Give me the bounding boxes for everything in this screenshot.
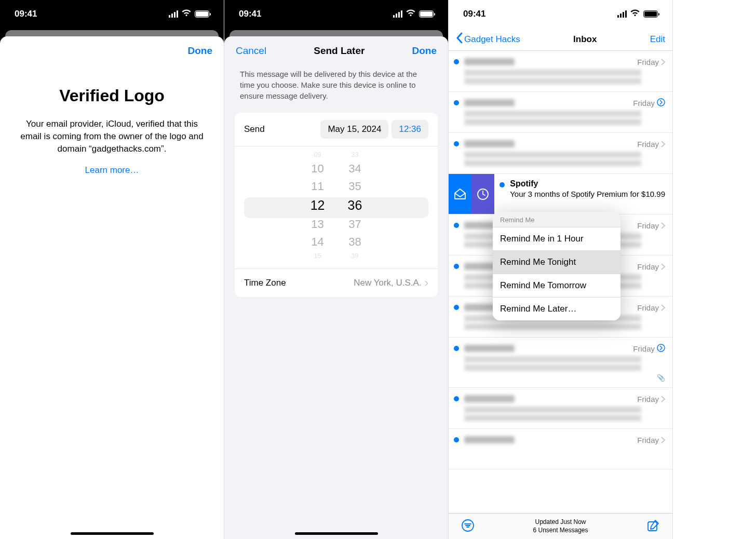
learn-more-link[interactable]: Learn more… <box>18 165 206 176</box>
toolbar: Updated Just Now 6 Unsent Messages <box>449 513 672 539</box>
chevron-right-icon <box>661 437 665 443</box>
thread-chevron-icon <box>657 344 665 354</box>
send-options-card: Send May 15, 2024 12:36 09 10 11 12 13 1… <box>235 113 438 297</box>
compose-icon <box>646 519 660 532</box>
unread-dot-icon <box>454 396 459 401</box>
thread-chevron-icon <box>657 98 665 108</box>
send-row: Send May 15, 2024 12:36 <box>235 113 438 146</box>
unread-dot-icon <box>454 264 459 269</box>
chevron-right-icon <box>661 304 665 311</box>
mail-item-swiped[interactable]: Spotify Your 3 months of Spotify Premium… <box>449 174 672 214</box>
toolbar-status: Updated Just Now 6 Unsent Messages <box>533 518 588 534</box>
cancel-button[interactable]: Cancel <box>236 45 266 57</box>
signal-icon <box>169 10 178 18</box>
hour-picker-column[interactable]: 09 10 11 12 13 14 15 <box>310 150 325 261</box>
remind-me-header: Remind Me <box>493 212 620 227</box>
clock-icon <box>476 187 490 201</box>
wifi-icon <box>630 9 640 19</box>
timezone-row[interactable]: Time Zone New York, U.S.A. › <box>235 269 438 297</box>
home-indicator[interactable] <box>71 532 154 535</box>
remind-me-tomorrow[interactable]: Remind Me Tomorrow <box>493 274 620 297</box>
remind-me-1-hour[interactable]: Remind Me in 1 Hour <box>493 227 620 250</box>
send-label: Send <box>244 124 265 134</box>
chevron-right-icon <box>661 59 665 65</box>
battery-icon <box>195 10 209 18</box>
remind-me-tonight[interactable]: Remind Me Tonight <box>493 250 620 274</box>
verified-logo-sheet: Done Verified Logo Your email provider, … <box>0 36 224 539</box>
unread-dot-icon <box>454 437 459 442</box>
back-button[interactable]: Gadget Hacks <box>456 32 520 46</box>
sheet-nav: Cancel Send Later Done <box>224 36 448 65</box>
minute-picker-column[interactable]: 33 34 35 36 37 38 39 <box>348 150 362 261</box>
chevron-left-icon <box>456 32 463 46</box>
phone-inbox: 09:41 Gadget Hacks Inbox Edit Friday <box>449 0 673 539</box>
mail-item[interactable]: Friday <box>449 429 672 469</box>
status-bar: 09:41 <box>0 0 224 28</box>
status-icons <box>617 9 658 19</box>
filter-icon <box>461 519 475 532</box>
battery-icon <box>643 10 658 18</box>
unread-dot-icon <box>454 141 459 146</box>
status-time: 09:41 <box>463 9 485 19</box>
chevron-right-icon <box>661 222 665 229</box>
timezone-label: Time Zone <box>244 278 286 288</box>
nav-bar: Gadget Hacks Inbox Edit <box>449 28 672 51</box>
unread-dot-icon <box>454 346 459 351</box>
chevron-right-icon <box>661 141 665 147</box>
mail-sender: Spotify <box>510 179 538 188</box>
chevron-right-icon <box>661 396 665 402</box>
signal-icon <box>393 10 402 18</box>
status-icons <box>169 9 209 19</box>
status-bar: 09:41 <box>224 0 448 28</box>
chevron-right-icon: › <box>425 276 428 290</box>
mail-item[interactable]: Friday 📎 <box>449 338 672 388</box>
wifi-icon <box>406 9 416 19</box>
done-button[interactable]: Done <box>412 45 437 57</box>
mail-item[interactable]: Friday <box>449 133 672 174</box>
chevron-right-icon <box>661 263 665 270</box>
phone-send-later: 09:41 Cancel Send Later Done This messag… <box>224 0 449 539</box>
sheet-title: Send Later <box>314 45 365 57</box>
back-label: Gadget Hacks <box>464 34 520 45</box>
status-bar: 09:41 <box>449 0 672 28</box>
edit-button[interactable]: Edit <box>650 34 665 45</box>
status-icons <box>393 9 434 19</box>
battery-icon <box>419 10 434 18</box>
send-time-button[interactable]: 12:36 <box>392 120 428 139</box>
compose-button[interactable] <box>646 519 660 534</box>
unread-dot-icon <box>454 100 459 105</box>
remind-me-menu: Remind Me Remind Me in 1 Hour Remind Me … <box>493 212 620 320</box>
mail-item[interactable]: Friday <box>449 92 672 133</box>
status-time: 09:41 <box>15 9 37 19</box>
mail-subject: Your 3 months of Spotify Premium for $10… <box>510 190 665 198</box>
unread-dot-icon <box>454 223 459 228</box>
swipe-remind-button[interactable] <box>471 174 494 214</box>
time-picker[interactable]: 09 10 11 12 13 14 15 33 34 35 36 37 <box>235 146 438 269</box>
unread-dot-icon <box>454 59 459 64</box>
verified-logo-body: Your email provider, iCloud, verified th… <box>18 118 206 155</box>
send-later-description: This message will be delivered by this d… <box>224 65 448 113</box>
svg-point-2 <box>657 344 665 352</box>
send-later-sheet: Cancel Send Later Done This message will… <box>224 36 448 539</box>
wifi-icon <box>181 9 192 19</box>
phone-verified-logo: 09:41 Done Verified Logo Your email prov… <box>0 0 224 539</box>
nav-title: Inbox <box>573 34 597 45</box>
remind-me-later[interactable]: Remind Me Later… <box>493 297 620 320</box>
sheet-nav: Done <box>0 36 224 65</box>
done-button[interactable]: Done <box>188 45 213 57</box>
page-title: Verified Logo <box>18 86 206 105</box>
timezone-value: New York, U.S.A. <box>354 278 421 288</box>
signal-icon <box>617 10 627 18</box>
unread-dot-icon <box>454 305 459 310</box>
unread-dot-icon <box>500 182 505 187</box>
send-date-button[interactable]: May 15, 2024 <box>320 120 388 139</box>
filter-button[interactable] <box>461 519 475 534</box>
swipe-mark-read-button[interactable] <box>449 174 471 214</box>
svg-point-0 <box>657 99 665 106</box>
mail-item[interactable]: Friday <box>449 51 672 92</box>
mail-item[interactable]: Friday <box>449 388 672 429</box>
envelope-open-icon <box>453 187 467 201</box>
home-indicator[interactable] <box>295 532 378 535</box>
attachment-icon: 📎 <box>657 374 665 382</box>
status-time: 09:41 <box>239 9 261 19</box>
